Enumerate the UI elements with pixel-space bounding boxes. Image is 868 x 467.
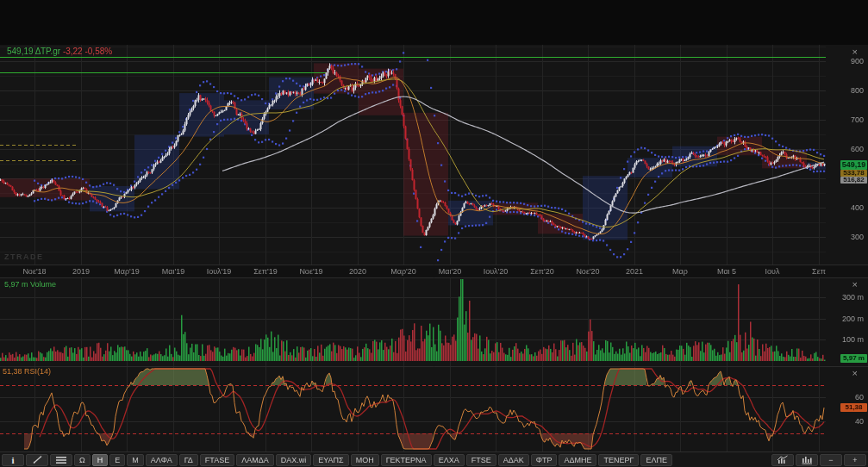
price-axis-label: 400: [851, 203, 864, 212]
date-axis-label: 2019: [72, 267, 90, 276]
info-icon: i: [11, 455, 14, 465]
watchlist-button[interactable]: [50, 454, 72, 466]
date-axis-label: Σεπ'20: [530, 267, 554, 276]
price-level-badge: 516,82: [840, 177, 867, 184]
price-axis-label: 900: [851, 57, 864, 65]
volume-axis-label: 300 m: [842, 293, 864, 302]
toolbar-item-ΕΥΑΠΣ[interactable]: ΕΥΑΠΣ: [313, 454, 348, 466]
date-axis: Νοε'182019Μαρ'19Μαι'19Ιουλ'19Σεπ'19Νοε'1…: [0, 265, 868, 277]
volume-toggle-button[interactable]: [796, 454, 818, 466]
toolbar-item-DAX.wi[interactable]: DAX.wi: [276, 454, 312, 466]
rsi-canvas[interactable]: [0, 366, 868, 451]
ticker-info: 549,19 ΔΤΡ.gr -3,22 -0,58%: [7, 47, 112, 56]
price-axis-label: 600: [851, 145, 864, 153]
toolbar-item-ΓΕΚΤΕΡΝΑ[interactable]: ΓΕΚΤΕΡΝΑ: [381, 454, 432, 466]
trading-app-window: 549,19 ΔΤΡ.gr -3,22 -0,58% × ZTRADE 9008…: [0, 0, 868, 467]
price-axis-label: 300: [851, 233, 864, 241]
toolbar-item-ΓΔ[interactable]: ΓΔ: [179, 454, 198, 466]
date-axis-label: 2021: [626, 267, 643, 276]
zoom-out-button[interactable]: −: [820, 454, 842, 466]
toolbar-item-FTASE[interactable]: FTASE: [200, 454, 234, 466]
toolbar-item-FTSE[interactable]: FTSE: [466, 454, 496, 466]
toolbar-item-Μ[interactable]: Μ: [127, 454, 144, 466]
toolbar-item-Ω[interactable]: Ω: [74, 454, 91, 466]
price-chart-pane: 549,19 ΔΤΡ.gr -3,22 -0,58% × ZTRADE 9008…: [0, 45, 868, 265]
date-axis-label: Μαι 5: [717, 267, 736, 276]
info-button[interactable]: i: [2, 454, 24, 466]
date-axis-label: Ιουλ'19: [207, 267, 232, 276]
zoom-in-button[interactable]: +: [844, 454, 866, 466]
toolbar-item-ΑΛΦΑ[interactable]: ΑΛΦΑ: [146, 454, 178, 466]
volume-pane: 5,97 m Volume × 300 m200 m100 m 5,97 m: [0, 277, 868, 366]
draw-tool-button[interactable]: [26, 454, 48, 466]
rsi-indicator-label: 51,38 RSI(14): [3, 367, 51, 376]
date-axis-label: Ιουλ: [765, 267, 780, 276]
toolbar-item-Η[interactable]: Η: [92, 454, 109, 466]
date-axis-label: Μαρ: [672, 267, 688, 276]
toolbar-item-ΕΛΧΑ[interactable]: ΕΛΧΑ: [434, 454, 465, 466]
volume-indicator-label: 5,97 m Volume: [4, 280, 56, 289]
volume-indicator-name: Volume: [30, 280, 56, 289]
toolbar-item-ΦΤΡ[interactable]: ΦΤΡ: [531, 454, 558, 466]
ticker-symbol: ΔΤΡ.gr: [35, 47, 60, 56]
rsi-last-value: 51,38: [3, 367, 22, 376]
rsi-axis-label: 60: [855, 393, 864, 402]
date-axis-label: Σεπ'19: [253, 267, 278, 276]
rsi-value-badge: 51,38: [840, 403, 867, 412]
date-axis-label: Νοε'19: [299, 267, 322, 276]
date-axis-label: Μαι'20: [439, 267, 461, 276]
toolbar-item-Ε[interactable]: Ε: [109, 454, 125, 466]
volume-last-value: 5,97 m: [4, 280, 28, 289]
rsi-indicator-name: RSI(14): [24, 367, 51, 376]
symbol-tabs: ΩΗΕΜΑΛΦΑΓΔFTASEΛΑΜΔΑDAX.wiΕΥΑΠΣΜΟΗΓΕΚΤΕΡ…: [74, 454, 672, 466]
volume-value-badge: 5,97 m: [840, 354, 867, 363]
top-strip: [0, 0, 868, 45]
toolbar-item-ΕΛΠΕ[interactable]: ΕΛΠΕ: [640, 454, 672, 466]
ticker-change: -3,22: [63, 47, 83, 56]
chart-overview-button[interactable]: [771, 454, 794, 466]
date-axis-label: Νοε'20: [576, 267, 599, 276]
rsi-axis-label: 40: [855, 417, 864, 426]
date-axis-label: Μαρ'19: [114, 267, 140, 276]
toolbar-item-ΑΔΜΗΕ[interactable]: ΑΔΜΗΕ: [559, 454, 596, 466]
date-axis-label: Μαρ'20: [390, 267, 416, 276]
rsi-pane-close-icon[interactable]: ×: [852, 369, 858, 378]
platform-watermark: ZTRADE: [4, 252, 44, 261]
price-axis-label: 700: [851, 115, 864, 124]
volume-pane-close-icon[interactable]: ×: [852, 280, 858, 290]
ticker-last-price: 549,19: [7, 47, 34, 56]
ticker-change-pct: -0,58%: [84, 47, 112, 56]
toolbar-item-ΛΑΜΔΑ[interactable]: ΛΑΜΔΑ: [236, 454, 274, 466]
price-pane-close-icon[interactable]: ×: [852, 47, 858, 57]
bottom-toolbar: i ΩΗΕΜΑΛΦΑΓΔFTASEΛΑΜΔΑDAX.wiΕΥΑΠΣΜΟΗΓΕΚΤ…: [0, 451, 868, 467]
date-axis-label: Σεπ: [812, 267, 826, 276]
chart-zoom-icon: [777, 455, 789, 464]
price-axis-label: 800: [851, 86, 864, 95]
list-icon: [55, 456, 67, 464]
toolbar-item-ΜΟΗ[interactable]: ΜΟΗ: [351, 454, 379, 466]
volume-canvas[interactable]: [0, 277, 868, 366]
rsi-pane: 51,38 RSI(14) × 6040 51,38: [0, 366, 868, 451]
volume-bars-icon: [801, 455, 813, 464]
price-chart-canvas[interactable]: [0, 45, 868, 265]
date-axis-label: 2020: [349, 267, 366, 276]
toolbar-item-ΤΕΝΕΡΓ[interactable]: ΤΕΝΕΡΓ: [598, 454, 639, 466]
date-axis-label: Μαι'19: [162, 267, 184, 276]
pencil-icon: [31, 455, 43, 464]
date-axis-label: Νοε'18: [22, 267, 46, 276]
date-axis-label: Ιουλ'20: [484, 267, 509, 276]
volume-axis-label: 100 m: [842, 335, 864, 344]
volume-axis-label: 200 m: [842, 314, 864, 323]
toolbar-item-ΑΔΑΚ[interactable]: ΑΔΑΚ: [498, 454, 529, 466]
